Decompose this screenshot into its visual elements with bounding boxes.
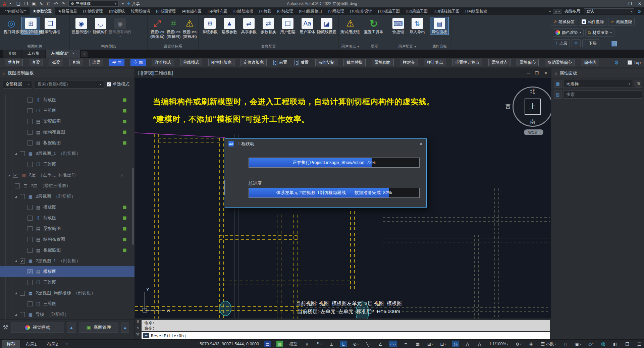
document-tab[interactable]: 左侧编辑*✕	[46, 49, 80, 58]
close-button[interactable]: ✕	[638, 1, 641, 6]
toolbar-button[interactable]: ▯后置	[294, 59, 309, 66]
tree-row[interactable]: ▤结构布置图	[0, 234, 135, 245]
redo-icon[interactable]: ↷	[61, 2, 65, 6]
autocad-logo-icon[interactable]: A	[3, 1, 6, 7]
tree-checkbox[interactable]	[28, 130, 33, 135]
display-mode-icon[interactable]: ▥	[276, 341, 283, 347]
section-panel-icon[interactable]: ▤	[611, 39, 618, 47]
toolbar-button[interactable]: 柱计算点	[424, 59, 446, 66]
ribbon-tab[interactable]: [4]智能布置	[179, 7, 205, 15]
toolbar-button[interactable]: 虚梁	[89, 59, 103, 66]
toolbar-button[interactable]: ▯前置	[273, 59, 288, 66]
lineweight-icon[interactable]: ≡	[402, 341, 409, 347]
toolbar-button[interactable]: 柱对齐	[400, 59, 418, 66]
ribbon-tab[interactable]: [12]梁施工图	[403, 7, 431, 15]
property-table-icon[interactable]: ▤	[554, 91, 561, 99]
selection-dropdown[interactable]: 无选择 ▾	[563, 80, 633, 88]
tree-row[interactable]: ▤结构布置图	[0, 127, 135, 137]
tree-checkbox[interactable]	[28, 98, 33, 103]
ribbon-tab[interactable]: [10]初步设计	[347, 7, 375, 15]
isolate-objects-icon[interactable]: ◇°	[588, 341, 595, 347]
toolbar-button[interactable]: 刚性杆加宽	[208, 59, 234, 66]
tree-checkbox[interactable]: ✓	[20, 258, 25, 264]
visual-style-expand-button[interactable]: ▲	[67, 323, 76, 333]
tree-checkbox[interactable]	[20, 194, 25, 199]
show-selected-button[interactable]: ◉仅显示选中	[72, 17, 91, 40]
annotation-scale-label[interactable]: 1:1/100%▾	[488, 341, 509, 347]
hotkeys-button[interactable]: ⌨快捷键	[389, 17, 408, 35]
tree-row[interactable]: ❒三维图	[0, 105, 135, 116]
ribbon-tab[interactable]: [14]模型检查	[462, 7, 490, 15]
ucs-by-view-button[interactable]: ⚠设置ucs(随视图)	[182, 17, 197, 40]
tree-checkbox[interactable]	[28, 301, 33, 306]
tree-scrollbar[interactable]	[132, 168, 134, 245]
tree-row[interactable]: ✓▤模板图	[0, 266, 135, 277]
tree-checkbox[interactable]	[28, 205, 33, 210]
tree-row[interactable]: ◢▦2层视图_局部楼梯（剖切框）	[0, 288, 135, 298]
tree-row[interactable]: ⇩荷载图	[0, 95, 135, 105]
tree-checkbox[interactable]	[28, 119, 33, 124]
tree-row[interactable]: ◢▦3层视图_1（剖切框）	[0, 148, 135, 159]
command-close-icon[interactable]: ✕	[137, 326, 139, 330]
tree-row[interactable]: ▤板配筋图	[0, 137, 135, 148]
toolbar-button[interactable]: 单线模式	[180, 59, 202, 66]
new-tab-button[interactable]: +	[81, 51, 88, 57]
ribbon-tab[interactable]: [11]板施工图	[375, 7, 402, 15]
logo-dropdown-icon[interactable]: ▾	[10, 2, 11, 5]
doc-close-button[interactable]: ✕	[544, 71, 547, 75]
toolbar-button[interactable]: 弧梁	[49, 59, 63, 66]
lock-ui-icon[interactable]: ▣▾	[574, 341, 582, 347]
ribbon-collapse-button[interactable]: ▲ ▾	[553, 9, 561, 14]
tree-expand-icon[interactable]: ◢	[15, 259, 20, 263]
compass-north-label[interactable]: 北	[530, 88, 535, 95]
member-visibility-button[interactable]: ●构件显隐	[579, 18, 606, 26]
tab-close-icon[interactable]: ✕	[72, 52, 75, 55]
section-box-button[interactable]: ❒显示剖切框	[41, 17, 60, 35]
ribbon-tab[interactable]: **内部功能**	[2, 7, 30, 15]
toolbar-button[interactable]: 梁墙对齐	[488, 59, 511, 66]
ribbon-tab[interactable]: 轮廓线编辑	[128, 7, 153, 15]
tree-checkbox[interactable]	[15, 183, 20, 188]
tree-checkbox[interactable]	[28, 226, 33, 231]
tree-checkbox[interactable]	[20, 291, 25, 296]
object-snap-tracking-icon[interactable]: ∠	[377, 341, 384, 347]
viewport-controls-label[interactable]: [-][俯视][二维线框]	[138, 70, 173, 76]
qat-overflow-icon[interactable]: ▾	[122, 2, 124, 5]
snap-mode-icon[interactable]: ⠿▾	[316, 341, 323, 347]
ortho-mode-icon[interactable]: L	[340, 341, 347, 347]
view-control-panel-button[interactable]: ⊞视图控制面板	[21, 17, 40, 35]
toolbar-button[interactable]: 取消梁墙偏心	[545, 59, 575, 66]
ucs-by-system-button[interactable]: ⤢设置ucs(随体系)	[150, 17, 165, 40]
lower-floor-button[interactable]: ↓下层	[582, 39, 599, 47]
selection-list-icon[interactable]: ⊞	[635, 80, 642, 88]
tree-row[interactable]: ❒三维图	[0, 159, 135, 170]
ribbon-tab[interactable]: [7]荷载	[256, 7, 274, 15]
property-search-input[interactable]: 搜索	[563, 91, 642, 99]
graphics-performance-icon[interactable]: ◍	[600, 341, 606, 347]
tree-checkbox[interactable]: ✓	[13, 173, 18, 178]
tree-row[interactable]: ⇩荷载图	[0, 213, 135, 223]
toolbar-button[interactable]: 垂直柱	[5, 59, 23, 66]
tree-row[interactable]: ▤梁配筋图	[0, 223, 135, 234]
document-tab[interactable]: 开始	[3, 49, 21, 58]
view-search-dropdown[interactable]: 搜索 (楼层/视图)▾	[35, 80, 104, 89]
tree-expand-icon[interactable]: ◢	[15, 152, 20, 155]
dynamic-ucs-icon[interactable]: ◎	[452, 341, 459, 347]
tree-checkbox[interactable]	[28, 280, 33, 285]
user-fonts-button[interactable]: Aa用户字体	[298, 17, 317, 35]
toolbar-button[interactable]: 定位边加宽	[240, 59, 267, 66]
user-layers-button[interactable]: ❏用户图层	[278, 17, 297, 35]
command-input[interactable]: ⏵▾ ResetFilterObj	[142, 332, 550, 339]
tree-row[interactable]: ▤板配筋图	[0, 245, 135, 255]
tree-checkbox[interactable]	[28, 248, 33, 253]
toolbar-button[interactable]: 梁墙偏心	[517, 59, 539, 66]
tree-checkbox[interactable]	[28, 108, 33, 113]
ribbon-tab[interactable]: ★楼层信息	[55, 7, 80, 15]
share-button[interactable]: ✈共享	[127, 1, 140, 7]
document-tab[interactable]: 工程集	[22, 49, 45, 58]
layout-tab[interactable]: 布局1	[21, 340, 41, 348]
tree-expand-icon[interactable]: ◢	[15, 292, 20, 295]
ribbon-tab[interactable]: [6]辅助建模	[230, 7, 256, 15]
toolbar-button[interactable]: 立 面	[130, 59, 146, 66]
save-icon[interactable]: ▣	[32, 2, 36, 6]
